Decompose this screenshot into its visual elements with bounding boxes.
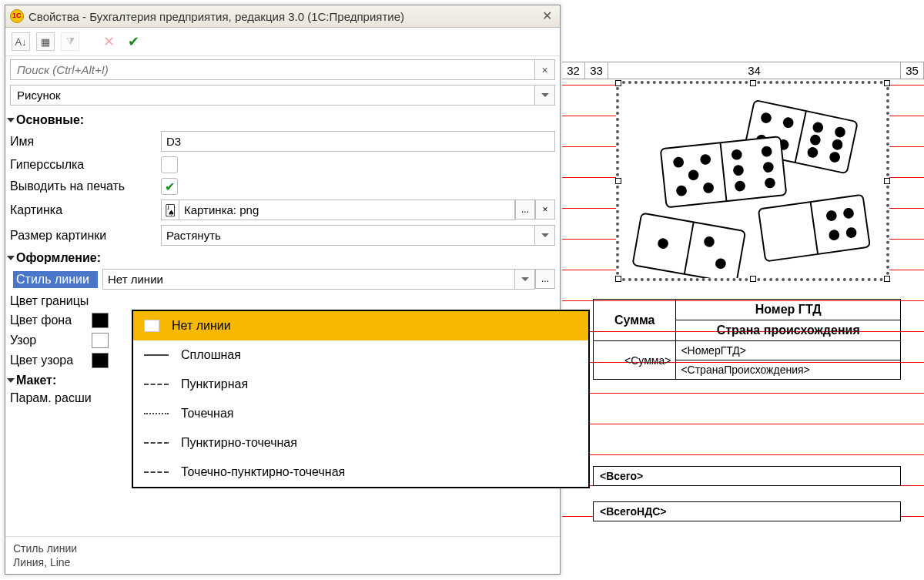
column-headers: 32 33 34 35 bbox=[562, 62, 924, 79]
window-title: Свойства - Бухгалтерия предприятия, реда… bbox=[28, 10, 534, 23]
checkbox-print[interactable]: ✔ bbox=[161, 178, 178, 195]
col-header-33[interactable]: 33 bbox=[585, 62, 608, 79]
input-name[interactable] bbox=[161, 131, 555, 152]
picture-clear-button[interactable]: × bbox=[535, 199, 555, 220]
svg-point-29 bbox=[715, 258, 726, 269]
category-row bbox=[10, 85, 555, 106]
svg-point-21 bbox=[734, 166, 744, 176]
category-dropdown-button[interactable] bbox=[535, 85, 555, 106]
embedded-picture[interactable] bbox=[616, 81, 889, 281]
titlebar: Свойства - Бухгалтерия предприятия, реда… bbox=[5, 5, 560, 28]
line-preview-dot-icon bbox=[144, 413, 169, 414]
svg-point-32 bbox=[826, 210, 836, 220]
svg-point-20 bbox=[762, 146, 772, 156]
status-line2: Линия, Line bbox=[13, 555, 552, 569]
dropdown-item-solid[interactable]: Сплошная bbox=[133, 340, 588, 370]
line-preview-dotdashdot-icon bbox=[144, 471, 169, 473]
domino-image bbox=[619, 84, 886, 278]
cell-summa-value[interactable]: <Сумма> bbox=[594, 341, 676, 380]
svg-point-27 bbox=[658, 238, 668, 249]
dropdown-item-dashed[interactable]: Пунктирная bbox=[133, 370, 588, 399]
swatch-pattern[interactable] bbox=[92, 333, 109, 348]
filter-button[interactable]: ⧩ bbox=[61, 32, 79, 51]
cell-origin-header[interactable]: Страна происхождения bbox=[676, 320, 901, 341]
close-button[interactable]: ✕ bbox=[538, 8, 555, 24]
label-bordercolor: Цвет границы bbox=[10, 294, 156, 308]
line-preview-dash-icon bbox=[144, 384, 169, 385]
category-select[interactable] bbox=[10, 85, 535, 106]
svg-point-28 bbox=[704, 236, 715, 247]
linestyle-browse-button[interactable]: ... bbox=[535, 269, 555, 289]
section-style[interactable]: Оформление: bbox=[5, 248, 560, 267]
checkbox-hyperlink[interactable] bbox=[161, 156, 178, 173]
input-picsize[interactable] bbox=[161, 225, 535, 246]
swatch-patterncolor[interactable] bbox=[92, 353, 109, 368]
col-header-32[interactable]: 32 bbox=[562, 62, 585, 79]
dropdown-item-label: Точечная bbox=[181, 407, 234, 421]
label-pattern: Узор bbox=[10, 334, 87, 347]
status-bar: Стиль линии Линия, Line bbox=[5, 536, 560, 574]
dropdown-item-label: Нет линии bbox=[172, 319, 231, 333]
app-icon bbox=[10, 9, 24, 23]
picsize-dropdown-button[interactable] bbox=[535, 225, 555, 246]
dropdown-item-label: Точечно-пунктирно-точечная bbox=[181, 465, 345, 479]
toolbar: A↓ ▦ ⧩ ✕ ✔ bbox=[5, 28, 560, 56]
svg-point-23 bbox=[735, 181, 745, 191]
cancel-icon[interactable]: ✕ bbox=[99, 32, 118, 51]
svg-point-16 bbox=[688, 170, 698, 180]
svg-point-35 bbox=[846, 227, 856, 237]
svg-point-15 bbox=[701, 155, 711, 165]
sort-az-button[interactable]: A↓ bbox=[12, 32, 30, 51]
svg-point-22 bbox=[763, 163, 773, 173]
cell-total-vat[interactable]: <ВсегоНДС> bbox=[593, 501, 901, 521]
line-preview-solid-icon bbox=[144, 354, 169, 356]
label-bgcolor: Цвет фона bbox=[10, 313, 87, 327]
dropdown-item-dashdot[interactable]: Пунктирно-точечная bbox=[133, 428, 588, 458]
template-table: Сумма Номер ГТД Страна происхождения <Су… bbox=[593, 299, 901, 380]
label-picsize: Размер картинки bbox=[10, 229, 156, 243]
line-preview-dashdot-icon bbox=[144, 442, 169, 444]
cell-total[interactable]: <Всего> bbox=[593, 466, 901, 486]
section-main[interactable]: Основные: bbox=[5, 110, 560, 129]
linestyle-dropdown-button[interactable] bbox=[515, 269, 535, 290]
swatch-bgcolor[interactable] bbox=[92, 313, 109, 328]
input-linestyle[interactable] bbox=[102, 269, 515, 290]
search-row: × bbox=[10, 59, 555, 80]
cell-gtd-header[interactable]: Номер ГТД bbox=[676, 300, 901, 320]
col-header-35[interactable]: 35 bbox=[901, 62, 924, 79]
line-preview-none-icon bbox=[144, 320, 159, 332]
apply-icon[interactable]: ✔ bbox=[124, 32, 142, 51]
label-hyperlink: Гиперссылка bbox=[10, 158, 156, 172]
dropdown-item-dotted[interactable]: Точечная bbox=[133, 399, 588, 428]
dropdown-item-label: Пунктирно-точечная bbox=[181, 436, 297, 450]
dropdown-item-none[interactable]: Нет линии bbox=[133, 311, 588, 340]
dropdown-item-label: Пунктирная bbox=[181, 377, 248, 391]
svg-point-18 bbox=[704, 183, 714, 193]
label-patterncolor: Цвет узора bbox=[10, 354, 87, 367]
picture-browse-button[interactable]: ... bbox=[515, 199, 535, 220]
label-name: Имя bbox=[10, 135, 156, 149]
search-input[interactable] bbox=[10, 59, 535, 80]
label-picture: Картинка bbox=[10, 203, 156, 217]
cell-summa-header[interactable]: Сумма bbox=[594, 300, 676, 341]
svg-point-17 bbox=[677, 186, 687, 196]
col-header-34[interactable]: 34 bbox=[608, 62, 901, 79]
svg-point-34 bbox=[829, 230, 839, 240]
categorize-button[interactable]: ▦ bbox=[36, 32, 55, 51]
clear-search-button[interactable]: × bbox=[535, 59, 555, 80]
properties-dialog: Свойства - Бухгалтерия предприятия, реда… bbox=[5, 5, 561, 575]
svg-point-24 bbox=[765, 178, 775, 188]
input-picture[interactable] bbox=[179, 199, 515, 220]
totals-block: <Всего> <ВсегоНДС> bbox=[593, 451, 901, 521]
svg-point-33 bbox=[843, 208, 853, 218]
picture-thumb-icon: 🂫 bbox=[161, 199, 179, 220]
label-print: Выводить на печать bbox=[10, 179, 156, 193]
svg-point-14 bbox=[674, 157, 684, 167]
status-line1: Стиль линии bbox=[13, 541, 552, 555]
dropdown-item-dotdashdot[interactable]: Точечно-пунктирно-точечная bbox=[133, 458, 588, 487]
cell-origin-value[interactable]: <СтранаПроисхождения> bbox=[676, 360, 901, 380]
linestyle-dropdown-popup: Нет линии Сплошная Пунктирная Точечная П… bbox=[132, 310, 590, 488]
svg-point-19 bbox=[732, 149, 742, 159]
label-linestyle: Стиль линии bbox=[13, 271, 98, 288]
cell-gtd-value[interactable]: <НомерГТД> bbox=[676, 341, 901, 360]
